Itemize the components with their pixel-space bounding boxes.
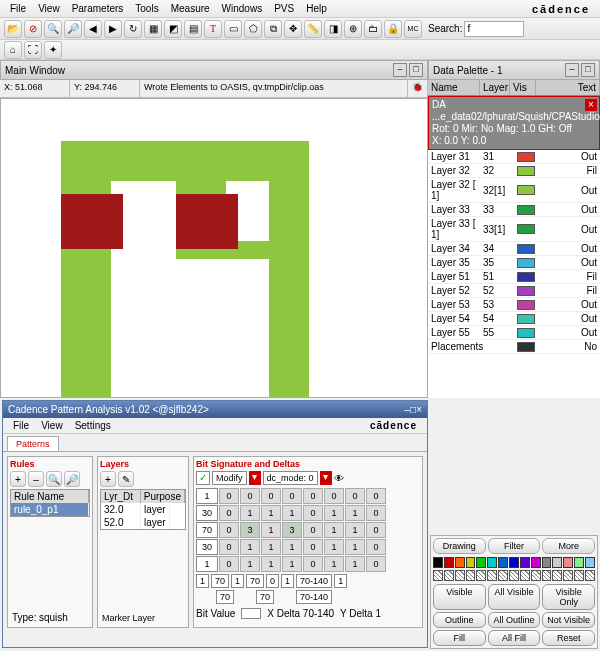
- zoom-in-icon[interactable]: 🔍: [44, 20, 62, 38]
- pattern-swatch[interactable]: [476, 570, 486, 581]
- bit-cell[interactable]: 0: [303, 556, 323, 572]
- minimize-icon[interactable]: –: [393, 63, 407, 77]
- color-swatch[interactable]: [531, 557, 541, 568]
- cpa-menu-settings[interactable]: Settings: [69, 420, 117, 431]
- layers-table[interactable]: Lyr_DtPurpose 32.0layer 52.0layer: [100, 489, 186, 530]
- bit-cell[interactable]: 1: [345, 556, 365, 572]
- delta-cell[interactable]: 0: [266, 574, 279, 588]
- pattern-swatch[interactable]: [455, 570, 465, 581]
- menu-measure[interactable]: Measure: [165, 3, 216, 14]
- palette-row[interactable]: Layer 3434Out: [428, 242, 600, 256]
- draw-button[interactable]: Visible Only: [542, 584, 595, 610]
- bit-cell[interactable]: 1: [324, 539, 344, 555]
- palette-row[interactable]: Layer 3333Out: [428, 203, 600, 217]
- menu-pvs[interactable]: PVS: [268, 3, 300, 14]
- palette-row[interactable]: Layer 5252Fil: [428, 284, 600, 298]
- grid-icon[interactable]: ▦: [144, 20, 162, 38]
- draw-button[interactable]: All Fill: [488, 630, 541, 646]
- bit-cell[interactable]: 1: [345, 522, 365, 538]
- lock-icon[interactable]: 🔒: [384, 20, 402, 38]
- dc-mode-field[interactable]: dc_mode: 0: [263, 471, 318, 485]
- draw-button[interactable]: All Visible: [488, 584, 541, 610]
- back-icon[interactable]: ◀: [84, 20, 102, 38]
- rule-zoomin-icon[interactable]: 🔍: [46, 471, 62, 487]
- delta-cell[interactable]: 70: [256, 590, 274, 604]
- draw-button[interactable]: Not Visible: [542, 612, 595, 628]
- bit-cell[interactable]: 1: [282, 539, 302, 555]
- palette-row[interactable]: Layer 32 [ 1]32[1]Out: [428, 178, 600, 203]
- delta-cell[interactable]: 70-140: [296, 574, 332, 588]
- modify-checkbox[interactable]: ✓: [196, 471, 210, 485]
- bit-cell[interactable]: 0: [219, 488, 239, 504]
- delta-cell[interactable]: 1: [231, 574, 244, 588]
- bit-cell[interactable]: 1: [345, 539, 365, 555]
- bit-cell[interactable]: 0: [282, 488, 302, 504]
- pattern-swatch[interactable]: [563, 570, 573, 581]
- palette-min-icon[interactable]: –: [565, 63, 579, 77]
- pattern-swatch[interactable]: [542, 570, 552, 581]
- bit-cell[interactable]: 0: [366, 556, 386, 572]
- modify-select[interactable]: Modify: [212, 471, 247, 485]
- mc-icon[interactable]: MC: [404, 20, 422, 38]
- color-swatch[interactable]: [444, 557, 454, 568]
- color-swatch[interactable]: [487, 557, 497, 568]
- rule-row[interactable]: rule_0_p1: [11, 503, 89, 516]
- draw-button[interactable]: Visible: [433, 584, 486, 610]
- text-icon[interactable]: T: [204, 20, 222, 38]
- bit-cell[interactable]: 0: [345, 488, 365, 504]
- delta-cell[interactable]: 70-140: [296, 590, 332, 604]
- color-swatch[interactable]: [585, 557, 595, 568]
- close-icon[interactable]: ×: [585, 99, 597, 111]
- layer-edit-icon[interactable]: ✎: [118, 471, 134, 487]
- search-input[interactable]: [464, 21, 524, 37]
- zoom-out-icon[interactable]: 🔎: [64, 20, 82, 38]
- bit-cell[interactable]: 0: [324, 488, 344, 504]
- rule-del-icon[interactable]: –: [28, 471, 44, 487]
- pattern-swatch[interactable]: [509, 570, 519, 581]
- bit-cell[interactable]: 0: [303, 539, 323, 555]
- bit-cell[interactable]: 1: [261, 539, 281, 555]
- menu-file[interactable]: File: [4, 3, 32, 14]
- pattern-swatch[interactable]: [444, 570, 454, 581]
- cpa-close-icon[interactable]: ×: [416, 404, 422, 415]
- color-swatch[interactable]: [509, 557, 519, 568]
- move-icon[interactable]: ✥: [284, 20, 302, 38]
- draw-button[interactable]: All Outline: [488, 612, 541, 628]
- bit-cell[interactable]: 0: [303, 522, 323, 538]
- modify-dd-icon[interactable]: ▾: [249, 471, 261, 485]
- menu-view[interactable]: View: [32, 3, 66, 14]
- browse-icon[interactable]: 🗀: [364, 20, 382, 38]
- layer-add-icon[interactable]: +: [100, 471, 116, 487]
- bug-icon[interactable]: 🐞: [408, 80, 428, 97]
- delta-cell[interactable]: 1: [281, 574, 294, 588]
- bit-cell[interactable]: 1: [261, 556, 281, 572]
- delta-cell[interactable]: 70: [211, 574, 229, 588]
- menu-parameters[interactable]: Parameters: [66, 3, 130, 14]
- color-swatch[interactable]: [476, 557, 486, 568]
- cpa-titlebar[interactable]: Cadence Pattern Analysis v1.02 <@sjflb24…: [3, 401, 427, 418]
- bit-cell[interactable]: 0: [219, 505, 239, 521]
- snap-icon[interactable]: ✦: [44, 41, 62, 59]
- bit-cell[interactable]: 0: [240, 488, 260, 504]
- bit-cell[interactable]: 1: [261, 505, 281, 521]
- color-swatch[interactable]: [563, 557, 573, 568]
- layout-canvas[interactable]: [0, 98, 428, 398]
- bit-grid[interactable]: 1000000003001110110700313011030011101101…: [196, 488, 420, 572]
- stop-icon[interactable]: ⊘: [24, 20, 42, 38]
- palette-row[interactable]: Layer 3535Out: [428, 256, 600, 270]
- rule-zoomout-icon[interactable]: 🔎: [64, 471, 80, 487]
- color-swatch[interactable]: [455, 557, 465, 568]
- palette-row[interactable]: Layer 5151Fil: [428, 270, 600, 284]
- bit-cell[interactable]: 1: [240, 539, 260, 555]
- tab-drawing[interactable]: Drawing: [433, 538, 486, 554]
- select-icon[interactable]: ◩: [164, 20, 182, 38]
- pattern-swatch[interactable]: [466, 570, 476, 581]
- color-swatch[interactable]: [552, 557, 562, 568]
- eye-icon[interactable]: 👁: [334, 473, 344, 484]
- fit-icon[interactable]: ⛶: [24, 41, 42, 59]
- layout-shape[interactable]: [61, 194, 123, 249]
- bit-cell[interactable]: 1: [324, 522, 344, 538]
- color-swatch[interactable]: [520, 557, 530, 568]
- pattern-swatch[interactable]: [531, 570, 541, 581]
- copy-icon[interactable]: ⧉: [264, 20, 282, 38]
